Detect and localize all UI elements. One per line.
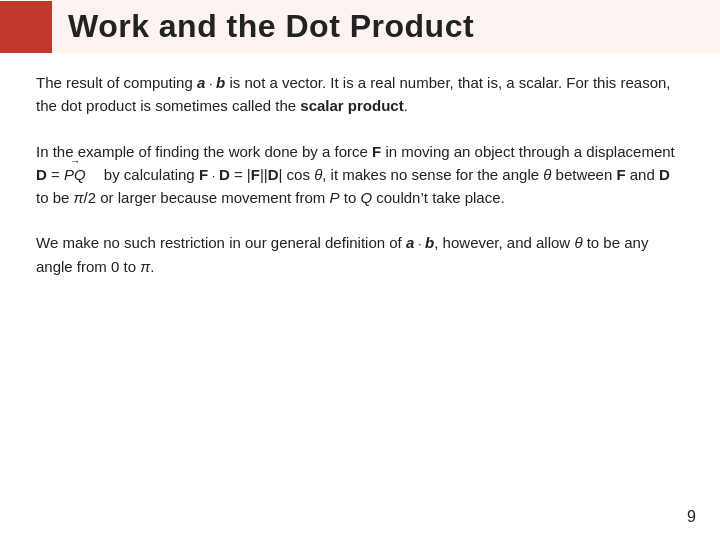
para2-text3: =: [47, 166, 64, 183]
para3-theta: θ: [574, 234, 582, 251]
para2-D2: D: [219, 166, 230, 183]
para2-F3: F: [251, 166, 260, 183]
para2-text10: and: [626, 166, 659, 183]
para2-F2: F: [199, 166, 208, 183]
para2-text13: couldn’t take place.: [372, 189, 505, 206]
para2-text4: by calculating: [100, 166, 199, 183]
para2-Q: Q: [360, 189, 372, 206]
para3-pi2: π: [140, 258, 150, 275]
para1-dot: ∙: [205, 76, 216, 91]
para2-text11: /2 or larger because movement from: [84, 189, 330, 206]
para2-D4: D: [659, 166, 670, 183]
para2-text9: between: [551, 166, 616, 183]
para3-text2: , however, and allow: [434, 234, 574, 251]
paragraph-3: We make no such restriction in our gener…: [36, 231, 684, 278]
para3-dot3: ∙: [414, 236, 425, 251]
para2-text7: | cos: [279, 166, 315, 183]
para3-text3: .: [150, 258, 154, 275]
slide-title: Work and the Dot Product: [68, 8, 474, 45]
para2-text12: to: [340, 189, 361, 206]
para2-D: D: [36, 166, 47, 183]
para2-text2: in moving an object through a displaceme…: [381, 143, 675, 160]
para2-text5: = |: [230, 166, 251, 183]
para2-PQ: PQ: [64, 163, 86, 186]
slide-container: Work and the Dot Product The result of c…: [0, 0, 720, 540]
paragraph-2: In the example of finding the work done …: [36, 140, 684, 210]
para2-F4: F: [616, 166, 625, 183]
para1-bold-a: a: [197, 74, 205, 91]
title-bar: Work and the Dot Product: [0, 0, 720, 53]
para2-D3: D: [268, 166, 279, 183]
para2-P: P: [330, 189, 340, 206]
content-area: The result of computing a ∙ b is not a v…: [0, 71, 720, 278]
para2-to1: to be: [36, 189, 74, 206]
para1-text1: The result of computing: [36, 74, 197, 91]
para3-b: b: [425, 234, 434, 251]
para2-pi: π: [74, 189, 84, 206]
para3-text1: We make no such restriction in our gener…: [36, 234, 406, 251]
title-accent: [0, 1, 52, 53]
para3-a: a: [406, 234, 414, 251]
para1-bold-b: b: [216, 74, 225, 91]
paragraph-1: The result of computing a ∙ b is not a v…: [36, 71, 684, 118]
para2-F: F: [372, 143, 381, 160]
para2-text6: ||: [260, 166, 268, 183]
page-number: 9: [687, 508, 696, 526]
title-text-wrapper: Work and the Dot Product: [52, 0, 720, 53]
para2-text8: , it makes no sense for the angle: [322, 166, 543, 183]
para1-bold-term: scalar product: [300, 97, 403, 114]
para1-text3: .: [404, 97, 408, 114]
para2-dot2: ∙: [208, 168, 219, 183]
para2-text1: In the example of finding the work done …: [36, 143, 372, 160]
